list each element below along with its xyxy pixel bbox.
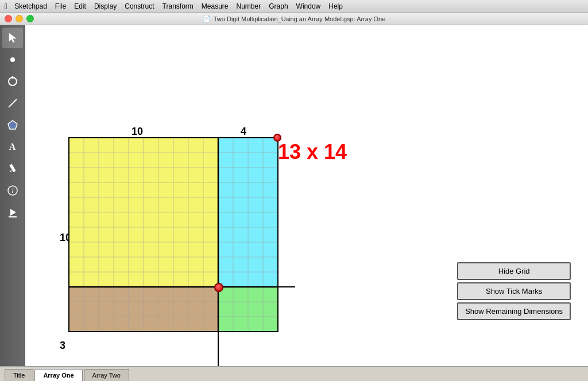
title-text: Two Digit Multiplication_Using an Array … bbox=[214, 15, 386, 22]
svg-line-3 bbox=[9, 99, 17, 107]
window-controls bbox=[5, 15, 34, 22]
tab-title[interactable]: Title bbox=[5, 369, 33, 381]
point-top-right[interactable] bbox=[273, 134, 281, 142]
document-icon: 📄 bbox=[203, 15, 211, 22]
text-tool[interactable]: A bbox=[2, 137, 23, 157]
svg-point-2 bbox=[11, 76, 14, 79]
titlebar: 📄 Two Digit Multiplication_Using an Arra… bbox=[0, 13, 588, 25]
menu-window[interactable]: Window bbox=[296, 2, 321, 10]
canvas: 10 4 10 3 13 x 14 bbox=[25, 25, 588, 366]
menu-graph[interactable]: Graph bbox=[269, 2, 288, 10]
menu-file[interactable]: File bbox=[55, 2, 66, 10]
select-tool[interactable] bbox=[2, 28, 23, 48]
menu-display[interactable]: Display bbox=[94, 2, 117, 10]
animation-tool[interactable] bbox=[2, 202, 23, 223]
menu-number[interactable]: Number bbox=[237, 2, 261, 10]
menu-measure[interactable]: Measure bbox=[202, 2, 229, 10]
label-left-3: 3 bbox=[60, 340, 65, 352]
tab-array-one[interactable]: Array One bbox=[34, 369, 82, 381]
svg-marker-4 bbox=[8, 120, 17, 129]
label-top-10: 10 bbox=[131, 126, 143, 138]
window-title: 📄 Two Digit Multiplication_Using an Arra… bbox=[203, 15, 386, 22]
show-remaining-dimensions-button[interactable]: Show Remaining Dimensions bbox=[457, 302, 571, 320]
svg-text:i: i bbox=[11, 187, 13, 194]
svg-marker-9 bbox=[10, 209, 16, 216]
hide-grid-button[interactable]: Hide Grid bbox=[457, 262, 571, 280]
label-top-4: 4 bbox=[241, 126, 246, 138]
point-tool[interactable] bbox=[2, 49, 23, 70]
apple-menu[interactable]:  bbox=[5, 2, 7, 11]
bottom-tabs: Title Array One Array Two bbox=[0, 366, 588, 381]
point-intersection[interactable] bbox=[214, 283, 223, 292]
info-tool[interactable]: i bbox=[2, 180, 23, 201]
circle-tool[interactable] bbox=[2, 71, 23, 92]
close-button[interactable] bbox=[5, 15, 12, 22]
menu-transform[interactable]: Transform bbox=[163, 2, 194, 10]
svg-point-0 bbox=[10, 57, 15, 62]
show-tick-marks-button[interactable]: Show Tick Marks bbox=[457, 282, 571, 300]
main-layout: A i 10 4 10 3 13 x 14 bbox=[0, 25, 588, 366]
menu-edit[interactable]: Edit bbox=[74, 2, 86, 10]
menu-construct[interactable]: Construct bbox=[125, 2, 154, 10]
svg-line-6 bbox=[10, 170, 11, 172]
action-buttons: Hide Grid Show Tick Marks Show Remaining… bbox=[457, 262, 571, 320]
line-tool[interactable] bbox=[2, 93, 23, 114]
menubar:  Sketchpad File Edit Display Construct … bbox=[0, 0, 588, 13]
menu-help[interactable]: Help bbox=[328, 2, 343, 10]
array-grid-svg bbox=[68, 137, 304, 366]
menu-sketchpad[interactable]: Sketchpad bbox=[14, 2, 47, 10]
tab-array-two[interactable]: Array Two bbox=[84, 369, 129, 381]
marker-tool[interactable] bbox=[2, 158, 23, 179]
toolbar: A i bbox=[0, 25, 25, 366]
polygon-tool[interactable] bbox=[2, 115, 23, 135]
svg-point-1 bbox=[9, 77, 17, 85]
minimize-button[interactable] bbox=[16, 15, 23, 22]
maximize-button[interactable] bbox=[26, 15, 34, 22]
